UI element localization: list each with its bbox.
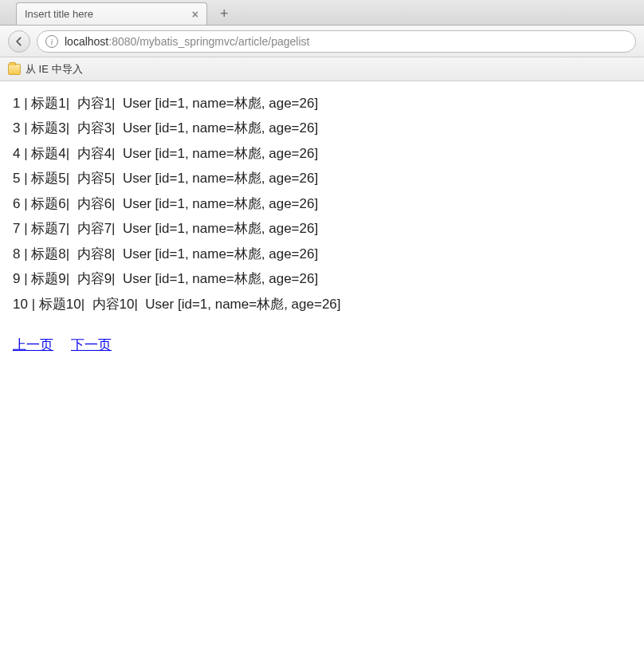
bookmark-item[interactable]: 从 IE 中导入 <box>26 62 83 77</box>
list-item: 10 | 标题10| 内容10| User [id=1, name=林彪, ag… <box>13 292 631 317</box>
list-item: 5 | 标题5| 内容5| User [id=1, name=林彪, age=2… <box>13 166 631 191</box>
url-path: :8080/mybatis_springmvc/article/pagelist <box>108 35 309 48</box>
list-item: 4 | 标题4| 内容4| User [id=1, name=林彪, age=2… <box>13 141 631 166</box>
close-icon[interactable]: × <box>192 8 198 21</box>
browser-tab[interactable]: Insert title here × <box>16 2 207 25</box>
url-text: localhost:8080/mybatis_springmvc/article… <box>65 35 627 48</box>
bookmarks-bar: 从 IE 中导入 <box>0 57 644 81</box>
new-tab-button[interactable]: + <box>214 2 235 25</box>
next-page-link[interactable]: 下一页 <box>71 332 112 357</box>
folder-icon <box>8 64 21 75</box>
list-item: 6 | 标题6| 内容6| User [id=1, name=林彪, age=2… <box>13 191 631 216</box>
list-item: 7 | 标题7| 内容7| User [id=1, name=林彪, age=2… <box>13 216 631 241</box>
browser-window: Insert title here × + i localhost:8080/m… <box>0 0 644 645</box>
rows-container: 1 | 标题1| 内容1| User [id=1, name=林彪, age=2… <box>13 91 631 317</box>
info-icon[interactable]: i <box>45 35 58 48</box>
nav-bar: i localhost:8080/mybatis_springmvc/artic… <box>0 26 644 57</box>
page-content: 1 | 标题1| 内容1| User [id=1, name=林彪, age=2… <box>0 81 644 645</box>
prev-page-link[interactable]: 上一页 <box>13 332 53 357</box>
tab-title: Insert title here <box>25 8 93 20</box>
arrow-left-icon <box>14 36 25 47</box>
pagination: 上一页 下一页 <box>13 332 631 357</box>
tab-bar: Insert title here × + <box>0 0 644 26</box>
url-host: localhost <box>65 35 108 48</box>
list-item: 8 | 标题8| 内容8| User [id=1, name=林彪, age=2… <box>13 242 631 266</box>
list-item: 1 | 标题1| 内容1| User [id=1, name=林彪, age=2… <box>13 91 631 116</box>
url-bar[interactable]: i localhost:8080/mybatis_springmvc/artic… <box>37 30 636 53</box>
list-item: 9 | 标题9| 内容9| User [id=1, name=林彪, age=2… <box>13 266 631 291</box>
back-button[interactable] <box>8 30 30 53</box>
list-item: 3 | 标题3| 内容3| User [id=1, name=林彪, age=2… <box>13 116 631 140</box>
